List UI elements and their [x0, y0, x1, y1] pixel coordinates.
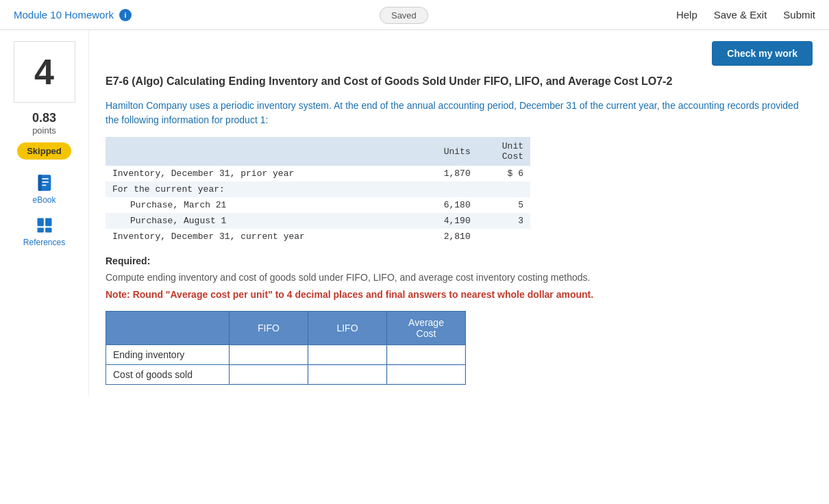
answer-row-ending-inventory: Ending inventory — [106, 345, 466, 365]
table-row: Purchase, August 1 4,190 3 — [106, 213, 530, 229]
row-cost: 3 — [478, 213, 530, 229]
row-cost: $ 6 — [478, 166, 530, 181]
row-label: For the current year: — [106, 181, 417, 197]
points-label: points — [32, 125, 56, 136]
required-text: Compute ending inventory and cost of goo… — [106, 270, 813, 285]
ebook-item[interactable]: eBook — [32, 173, 55, 205]
top-navigation: Module 10 Homework i Saved Help Save & E… — [0, 0, 829, 30]
answer-col-header-avg: AverageCost — [387, 312, 466, 345]
svg-rect-7 — [37, 228, 43, 233]
row-units: 1,870 — [417, 166, 478, 181]
answer-col-header-lifo: LIFO — [308, 312, 387, 345]
row-units — [417, 181, 478, 197]
ending-inventory-lifo-input[interactable] — [310, 346, 385, 363]
answer-col-header-fifo: FIFO — [230, 312, 308, 345]
check-my-work-button[interactable]: Check my work — [712, 41, 813, 66]
required-note: Note: Round "Average cost per unit" to 4… — [106, 289, 813, 300]
nav-right: Help Save & Exit Submit — [676, 9, 815, 21]
references-label: References — [23, 238, 65, 247]
points-value: 0.83 — [32, 111, 56, 125]
references-icon — [35, 216, 54, 235]
check-btn-row: Check my work — [106, 41, 813, 66]
sidebar: 4 0.83 points Skipped eBook Referen — [0, 30, 89, 396]
ending-inventory-fifo-cell[interactable] — [230, 345, 308, 365]
cogs-fifo-cell[interactable] — [230, 365, 308, 385]
ending-inventory-avg-cell[interactable] — [387, 345, 466, 365]
question-title: E7-6 (Algo) Calculating Ending Inventory… — [106, 74, 813, 89]
question-body: Hamilton Company uses a periodic invento… — [106, 99, 813, 127]
ending-inventory-avg-input[interactable] — [388, 346, 464, 363]
svg-rect-6 — [45, 218, 51, 227]
svg-rect-8 — [45, 228, 51, 233]
ending-inventory-label: Ending inventory — [106, 345, 230, 365]
row-units: 2,810 — [417, 229, 478, 244]
question-number: 4 — [34, 51, 54, 92]
col-header-desc — [106, 137, 417, 166]
svg-rect-1 — [38, 175, 41, 190]
col-header-unit-cost: UnitCost — [478, 137, 530, 166]
answer-col-header-desc — [106, 312, 230, 345]
main-container: 4 0.83 points Skipped eBook Referen — [0, 30, 829, 396]
row-cost — [478, 229, 530, 244]
ebook-label: eBook — [32, 195, 55, 205]
table-row: Purchase, March 21 6,180 5 — [106, 197, 530, 213]
question-number-box: 4 — [14, 41, 75, 103]
cogs-avg-input[interactable] — [388, 366, 464, 383]
row-label: Inventory, December 31, prior year — [106, 166, 417, 181]
ebook-icon — [35, 173, 54, 192]
cost-goods-sold-label: Cost of goods sold — [106, 365, 230, 385]
ending-inventory-fifo-input[interactable] — [231, 346, 306, 363]
skipped-button[interactable]: Skipped — [17, 142, 71, 160]
references-item[interactable]: References — [23, 216, 65, 247]
ending-inventory-lifo-cell[interactable] — [308, 345, 387, 365]
cogs-fifo-input[interactable] — [231, 366, 306, 383]
col-header-units: Units — [417, 137, 478, 166]
required-label: Required: — [106, 255, 813, 266]
row-label: Inventory, December 31, current year — [106, 229, 417, 244]
submit-link[interactable]: Submit — [783, 9, 815, 21]
table-row: Inventory, December 31, current year 2,8… — [106, 229, 530, 244]
svg-rect-5 — [37, 218, 43, 227]
saved-badge: Saved — [380, 7, 428, 24]
module-title: Module 10 Homework — [14, 9, 114, 21]
row-cost — [478, 181, 530, 197]
help-link[interactable]: Help — [676, 9, 697, 21]
data-table: Units UnitCost Inventory, December 31, p… — [106, 137, 530, 244]
nav-left: Module 10 Homework i — [14, 9, 132, 21]
row-cost: 5 — [478, 197, 530, 213]
row-label: Purchase, August 1 — [106, 213, 417, 229]
cogs-avg-cell[interactable] — [387, 365, 466, 385]
table-row: Inventory, December 31, prior year 1,870… — [106, 166, 530, 181]
cogs-lifo-input[interactable] — [310, 366, 385, 383]
row-label: Purchase, March 21 — [106, 197, 417, 213]
save-exit-link[interactable]: Save & Exit — [714, 9, 767, 21]
cogs-lifo-cell[interactable] — [308, 365, 387, 385]
row-units: 4,190 — [417, 213, 478, 229]
answer-row-cost-goods-sold: Cost of goods sold — [106, 365, 466, 385]
table-row: For the current year: — [106, 181, 530, 197]
saved-badge-container: Saved — [380, 10, 428, 21]
row-units: 6,180 — [417, 197, 478, 213]
answer-table: FIFO LIFO AverageCost Ending inventory — [106, 311, 466, 385]
main-content: Check my work E7-6 (Algo) Calculating En… — [89, 30, 829, 396]
info-icon[interactable]: i — [119, 9, 132, 21]
